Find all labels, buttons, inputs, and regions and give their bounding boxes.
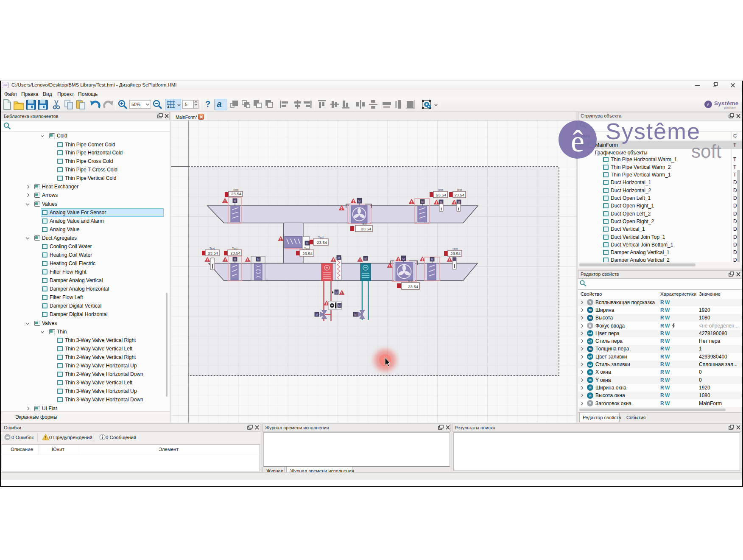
svg-text:M: M <box>257 258 259 261</box>
svg-text:Text: Text <box>452 247 458 250</box>
svg-text:Text: Text <box>457 188 462 191</box>
svg-text:M: M <box>421 200 423 203</box>
svg-text:M: M <box>358 200 360 203</box>
svg-text:Text: Text <box>318 236 324 239</box>
svg-text:M: M <box>306 242 308 245</box>
svg-text:23.54: 23.54 <box>302 251 313 256</box>
svg-text:M: M <box>440 201 442 204</box>
svg-text:23.54: 23.54 <box>208 251 218 255</box>
svg-text:23.54: 23.54 <box>408 284 418 289</box>
svg-text:ê: ê <box>571 124 584 158</box>
svg-text:M: M <box>338 256 340 259</box>
svg-text:Text: Text <box>438 188 443 191</box>
svg-text:23.54: 23.54 <box>317 240 327 245</box>
svg-text:Text: Text <box>408 280 413 283</box>
svg-text:Text: Text <box>233 188 238 191</box>
svg-text:ê: ê <box>707 102 709 107</box>
svg-text:23.54: 23.54 <box>361 227 371 231</box>
svg-text:M: M <box>234 258 236 261</box>
svg-text:M: M <box>431 258 433 261</box>
svg-text:M: M <box>354 313 356 316</box>
svg-text:23.54: 23.54 <box>436 193 446 197</box>
svg-text:Text: Text <box>304 247 310 250</box>
svg-text:M: M <box>234 199 236 202</box>
svg-text:Text: Text <box>232 247 237 250</box>
svg-text:M: M <box>335 291 338 294</box>
svg-text:23.54: 23.54 <box>231 191 241 196</box>
svg-text:M: M <box>316 313 318 316</box>
svg-text:Text: Text <box>361 222 367 225</box>
svg-text:23.54: 23.54 <box>230 251 240 255</box>
svg-text:23.54: 23.54 <box>454 193 464 197</box>
svg-text:M: M <box>402 258 405 260</box>
svg-text:M: M <box>458 201 460 204</box>
svg-text:M: M <box>338 304 341 307</box>
svg-text:M: M <box>364 257 366 260</box>
svg-text:23.54: 23.54 <box>450 251 461 256</box>
svg-text:Text: Text <box>209 247 215 250</box>
